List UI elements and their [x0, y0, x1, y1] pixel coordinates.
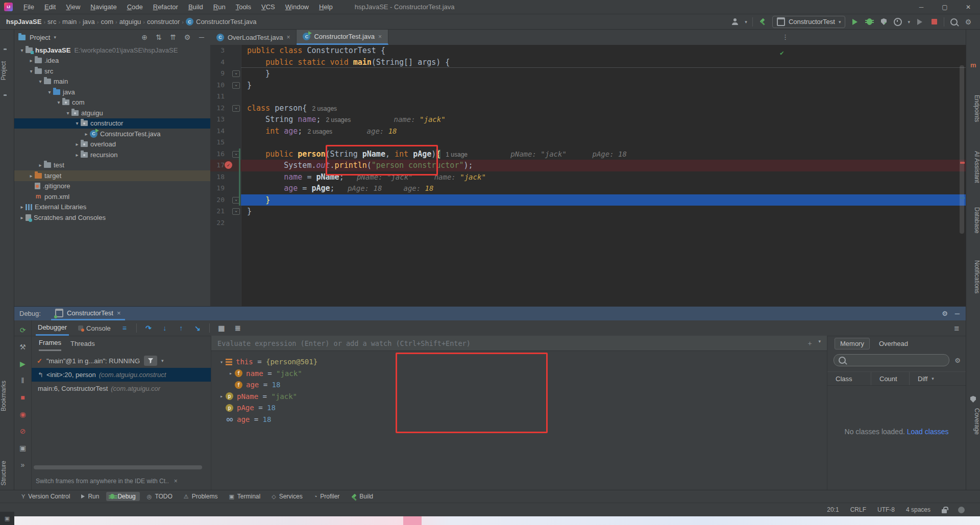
gutter-cell[interactable]: 10›: [210, 80, 241, 91]
load-classes-link[interactable]: Load classes: [907, 428, 949, 436]
evaluate-dropdown-icon[interactable]: ▾: [818, 339, 821, 348]
profiler-button[interactable]: [893, 17, 902, 27]
more-actions-icon[interactable]: »: [18, 460, 28, 469]
evaluate-expression-input[interactable]: Evaluate expression (Enter) or add a wat…: [211, 336, 827, 351]
toolwindow-button-version-control[interactable]: YVersion Control: [17, 492, 74, 501]
toolwindow-button-profiler[interactable]: ◔Profiler: [310, 492, 344, 501]
breadcrumb-item[interactable]: constructor: [147, 18, 180, 26]
gutter-cell[interactable]: 16›: [210, 148, 241, 160]
chevron-open-icon[interactable]: ▾: [74, 120, 81, 126]
breadcrumb-item[interactable]: java: [83, 18, 95, 26]
run-to-cursor-icon[interactable]: ↘: [193, 323, 202, 333]
code-line-9[interactable]: 9› }: [210, 68, 966, 80]
minimize-icon[interactable]: ─: [910, 0, 933, 14]
project-view-dropdown-icon[interactable]: ▾: [54, 35, 56, 40]
mute-breakpoints-icon[interactable]: ⊘: [18, 427, 28, 436]
chevron-closed-icon[interactable]: ▸: [74, 152, 81, 158]
search-everywhere-icon[interactable]: [949, 17, 959, 27]
tab-overhead[interactable]: Overhead: [874, 338, 913, 349]
chevron-closed-icon[interactable]: ▸: [227, 370, 235, 376]
add-watch-icon[interactable]: ＋: [806, 339, 814, 348]
menu-file[interactable]: File: [19, 2, 39, 12]
editor-tab-constructortest-java[interactable]: CConstructorTest.java×: [297, 30, 388, 45]
memory-search-input[interactable]: [834, 354, 949, 366]
tree-item-hspjavase[interactable]: ▾hspJavaSEE:\workplace01\javaSE\hspJavaS…: [14, 45, 210, 56]
code-line-19[interactable]: 19 age = pAge; pAge: 18 age: 18: [210, 183, 966, 194]
column-count[interactable]: Count: [871, 372, 909, 385]
rerun-button-disabled[interactable]: [915, 17, 924, 27]
gutter-cell[interactable]: 15: [210, 137, 241, 148]
stripe-item-structure[interactable]: Structure: [0, 461, 14, 486]
toolwindow-button-terminal[interactable]: ▣Terminal: [225, 492, 264, 501]
stripe-item-project[interactable]: Project: [0, 61, 14, 80]
chevron-closed-icon[interactable]: ▸: [18, 215, 26, 220]
debugger-settings-icon[interactable]: ⚒: [18, 342, 28, 352]
tool-window-switcher-icon[interactable]: ▣: [0, 512, 14, 525]
menu-refactor[interactable]: Refactor: [149, 2, 183, 12]
gutter-cell[interactable]: 3: [210, 45, 241, 57]
tab-debugger[interactable]: Debugger: [36, 320, 69, 336]
variable-row-name[interactable]: ▸fname = "jack": [211, 368, 827, 380]
code-line-12[interactable]: 12›class person{ 2 usages: [210, 103, 966, 114]
stop-button[interactable]: [929, 17, 939, 27]
close-tab-icon[interactable]: ×: [378, 33, 382, 40]
status-segment[interactable]: 20:1: [827, 506, 839, 513]
code-line-13[interactable]: 13 String name; 2 usages name: "jack": [210, 114, 966, 126]
stripe-item-database[interactable]: Database: [966, 207, 980, 233]
chevron-closed-icon[interactable]: ▸: [28, 58, 35, 63]
step-over-icon[interactable]: ↷: [144, 323, 153, 333]
tree-item-atguigu[interactable]: ▾atguigu: [14, 108, 210, 118]
breadcrumb-item[interactable]: com: [101, 18, 113, 26]
tree-item-test[interactable]: ▸test: [14, 160, 210, 171]
breadcrumb-item[interactable]: main: [62, 18, 77, 26]
hide-panel-icon[interactable]: ─: [197, 33, 206, 42]
menu-view[interactable]: View: [61, 2, 85, 12]
gutter-cell[interactable]: 13: [210, 114, 241, 126]
code-line-15[interactable]: 15: [210, 137, 966, 148]
breadcrumb-item[interactable]: atguigu: [119, 18, 141, 26]
debug-settings-gear-icon[interactable]: ⚙: [942, 310, 948, 317]
maximize-icon[interactable]: ▢: [933, 0, 957, 14]
tree-item-constructortest-java[interactable]: ▸CConstructorTest.java: [14, 129, 210, 139]
stripe-item-ai-assistant[interactable]: AI Assistant: [966, 151, 980, 183]
locate-icon[interactable]: ⊕: [140, 33, 149, 42]
status-segment[interactable]: 4 spaces: [906, 506, 930, 513]
tab-frames[interactable]: Frames: [39, 336, 61, 351]
frame-row[interactable]: main:6, ConstructorTest (com.atguigu.cor: [32, 382, 211, 395]
menu-navigate[interactable]: Navigate: [86, 2, 121, 12]
column-class[interactable]: Class: [827, 375, 871, 383]
fold-marker-icon[interactable]: ›: [232, 70, 240, 77]
gutter-cell[interactable]: 19: [210, 183, 241, 194]
stripe-item-bookmarks[interactable]: Bookmarks: [0, 381, 14, 411]
gutter-cell[interactable]: 22: [210, 217, 241, 229]
code-line-21[interactable]: 21›}: [210, 206, 966, 217]
gutter-cell[interactable]: 12›: [210, 103, 241, 114]
step-into-icon[interactable]: ↓: [160, 323, 169, 333]
chevron-closed-icon[interactable]: ▸: [83, 131, 90, 137]
toolwindow-button-run[interactable]: Run: [77, 492, 103, 501]
gutter-cell[interactable]: 14: [210, 126, 241, 137]
show-execution-point-icon[interactable]: ≡: [120, 323, 129, 333]
tab-console[interactable]: Console: [76, 320, 113, 336]
close-tab-icon[interactable]: ×: [286, 34, 290, 41]
toolwindow-button-todo[interactable]: ◎TODO: [143, 492, 177, 501]
tree-item-constructor[interactable]: ▾constructor: [14, 118, 210, 129]
code-line-10[interactable]: 10›}: [210, 80, 966, 91]
notifications-ball-icon[interactable]: [958, 507, 965, 513]
resume-icon[interactable]: ▶: [18, 359, 28, 368]
tree-item-target[interactable]: ▸target: [14, 170, 210, 181]
close-session-icon[interactable]: ×: [117, 309, 121, 317]
frame-row[interactable]: ↰<init>:20, person (com.atguigu.construc…: [32, 368, 211, 382]
tree-item-scratches-and-consoles[interactable]: ▸Scratches and Consoles: [14, 212, 210, 223]
chevron-open-icon[interactable]: ▾: [46, 89, 53, 95]
tree-item-external-libraries[interactable]: ▸External Libraries: [14, 202, 210, 213]
taskbar-app-item[interactable]: [403, 516, 422, 525]
evaluate-expression-icon[interactable]: ▦: [217, 323, 226, 333]
gutter-cell[interactable]: 17✓: [210, 160, 241, 171]
chevron-closed-icon[interactable]: ▸: [28, 173, 35, 179]
code-line-16[interactable]: 16› public person(String pName, int pAge…: [210, 148, 966, 160]
chevron-closed-icon[interactable]: ▸: [37, 162, 44, 168]
toolwindow-button-services[interactable]: ◇Services: [267, 492, 306, 501]
toolwindow-button-problems[interactable]: ⚠Problems: [180, 492, 222, 501]
tree-item--idea[interactable]: ▸.idea: [14, 56, 210, 66]
